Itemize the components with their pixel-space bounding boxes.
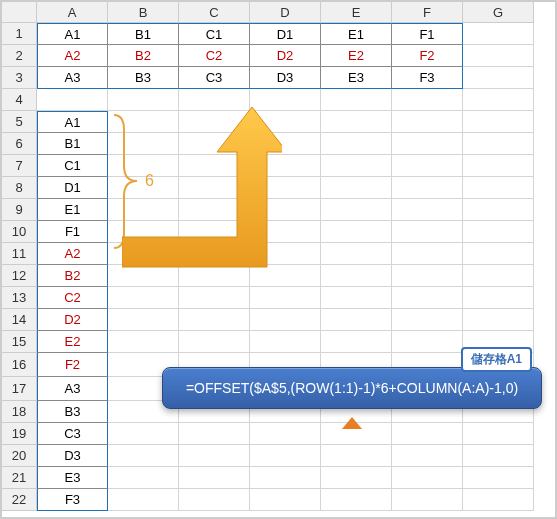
cell-C14[interactable] [179, 309, 250, 331]
row-header-14[interactable]: 14 [2, 309, 37, 331]
cell-G22[interactable] [463, 489, 534, 511]
cell-E12[interactable] [321, 265, 392, 287]
cell-F2[interactable]: F2 [392, 45, 463, 67]
cell-B5[interactable] [108, 111, 179, 133]
cell-C2[interactable]: C2 [179, 45, 250, 67]
cell-E14[interactable] [321, 309, 392, 331]
row-header-7[interactable]: 7 [2, 155, 37, 177]
cell-G3[interactable] [463, 67, 534, 89]
cell-E7[interactable] [321, 155, 392, 177]
cell-D21[interactable] [250, 467, 321, 489]
cell-F8[interactable] [392, 177, 463, 199]
cell-E15[interactable] [321, 331, 392, 353]
cell-D10[interactable] [250, 221, 321, 243]
cell-C10[interactable] [179, 221, 250, 243]
cell-F22[interactable] [392, 489, 463, 511]
cell-C20[interactable] [179, 445, 250, 467]
cell-F15[interactable] [392, 331, 463, 353]
cell-E8[interactable] [321, 177, 392, 199]
cell-A5[interactable]: A1 [37, 111, 108, 133]
col-header-B[interactable]: B [108, 2, 179, 23]
cell-B21[interactable] [108, 467, 179, 489]
cell-C21[interactable] [179, 467, 250, 489]
cell-A20[interactable]: D3 [37, 445, 108, 467]
row-header-20[interactable]: 20 [2, 445, 37, 467]
row-header-4[interactable]: 4 [2, 89, 37, 111]
cell-C4[interactable] [179, 89, 250, 111]
cell-A19[interactable]: C3 [37, 423, 108, 445]
cell-C3[interactable]: C3 [179, 67, 250, 89]
row-header-22[interactable]: 22 [2, 489, 37, 511]
col-header-C[interactable]: C [179, 2, 250, 23]
cell-C5[interactable] [179, 111, 250, 133]
cell-A7[interactable]: C1 [37, 155, 108, 177]
cell-B3[interactable]: B3 [108, 67, 179, 89]
cell-A9[interactable]: E1 [37, 199, 108, 221]
cell-D15[interactable] [250, 331, 321, 353]
cell-G7[interactable] [463, 155, 534, 177]
cell-E11[interactable] [321, 243, 392, 265]
row-header-19[interactable]: 19 [2, 423, 37, 445]
cell-D2[interactable]: D2 [250, 45, 321, 67]
cell-E21[interactable] [321, 467, 392, 489]
row-header-11[interactable]: 11 [2, 243, 37, 265]
row-header-17[interactable]: 17 [2, 377, 37, 401]
cell-C7[interactable] [179, 155, 250, 177]
cell-B15[interactable] [108, 331, 179, 353]
cell-G4[interactable] [463, 89, 534, 111]
cell-D8[interactable] [250, 177, 321, 199]
cell-B20[interactable] [108, 445, 179, 467]
cell-E6[interactable] [321, 133, 392, 155]
cell-D11[interactable] [250, 243, 321, 265]
row-header-8[interactable]: 8 [2, 177, 37, 199]
cell-F12[interactable] [392, 265, 463, 287]
cell-D22[interactable] [250, 489, 321, 511]
cell-G13[interactable] [463, 287, 534, 309]
row-header-5[interactable]: 5 [2, 111, 37, 133]
cell-B14[interactable] [108, 309, 179, 331]
cell-B6[interactable] [108, 133, 179, 155]
cell-F20[interactable] [392, 445, 463, 467]
cell-D7[interactable] [250, 155, 321, 177]
cell-F6[interactable] [392, 133, 463, 155]
cell-B4[interactable] [108, 89, 179, 111]
cell-B10[interactable] [108, 221, 179, 243]
cell-A10[interactable]: F1 [37, 221, 108, 243]
cell-D12[interactable] [250, 265, 321, 287]
cell-G6[interactable] [463, 133, 534, 155]
cell-F1[interactable]: F1 [392, 23, 463, 45]
cell-C1[interactable]: C1 [179, 23, 250, 45]
cell-A18[interactable]: B3 [37, 401, 108, 423]
cell-E13[interactable] [321, 287, 392, 309]
col-header-A[interactable]: A [37, 2, 108, 23]
cell-A22[interactable]: F3 [37, 489, 108, 511]
cell-A14[interactable]: D2 [37, 309, 108, 331]
cell-B2[interactable]: B2 [108, 45, 179, 67]
cell-B22[interactable] [108, 489, 179, 511]
row-header-13[interactable]: 13 [2, 287, 37, 309]
cell-A8[interactable]: D1 [37, 177, 108, 199]
cell-G9[interactable] [463, 199, 534, 221]
cell-G20[interactable] [463, 445, 534, 467]
select-all-corner[interactable] [2, 2, 37, 23]
cell-F3[interactable]: F3 [392, 67, 463, 89]
cell-D1[interactable]: D1 [250, 23, 321, 45]
row-header-3[interactable]: 3 [2, 67, 37, 89]
row-header-16[interactable]: 16 [2, 353, 37, 377]
cell-E10[interactable] [321, 221, 392, 243]
cell-A17[interactable]: A3 [37, 377, 108, 401]
cell-F5[interactable] [392, 111, 463, 133]
cell-B1[interactable]: B1 [108, 23, 179, 45]
cell-A13[interactable]: C2 [37, 287, 108, 309]
cell-B8[interactable] [108, 177, 179, 199]
row-header-2[interactable]: 2 [2, 45, 37, 67]
cell-A1[interactable]: A1 [37, 23, 108, 45]
cell-A6[interactable]: B1 [37, 133, 108, 155]
cell-E1[interactable]: E1 [321, 23, 392, 45]
row-header-21[interactable]: 21 [2, 467, 37, 489]
col-header-F[interactable]: F [392, 2, 463, 23]
cell-E20[interactable] [321, 445, 392, 467]
cell-A11[interactable]: A2 [37, 243, 108, 265]
cell-G5[interactable] [463, 111, 534, 133]
row-header-10[interactable]: 10 [2, 221, 37, 243]
